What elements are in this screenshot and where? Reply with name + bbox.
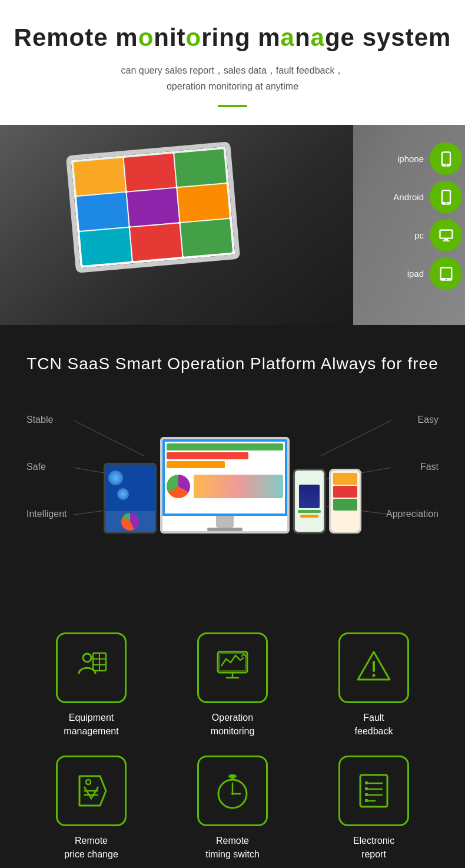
price-icon-box [56, 756, 127, 826]
timer-icon-box [197, 756, 268, 826]
equipment-icon-box [56, 632, 127, 703]
svg-point-5 [445, 203, 446, 204]
feature-card-fault: Faultfeedback [309, 632, 439, 738]
device-label-iphone: iphone [397, 154, 424, 164]
equipment-label: Equipmentmanagement [64, 711, 118, 738]
svg-point-40 [231, 793, 234, 795]
features-section: Equipmentmanagement Operationmonitor [0, 609, 465, 868]
svg-rect-49 [365, 799, 368, 802]
monitor-icon [438, 227, 454, 244]
monitor-container [160, 437, 290, 534]
platform-section: TCN SaaS Smart Operation Platform Always… [0, 325, 465, 609]
p2s-cell-3 [333, 499, 357, 511]
title-highlight-4: a [311, 24, 325, 51]
ms-bar-3 [167, 461, 225, 468]
banner-scene [0, 125, 353, 325]
ts-bottom-bar [105, 511, 155, 532]
label-fast: Fast [420, 462, 439, 472]
device-icon-ipad [430, 257, 462, 290]
monitoring-icon-box [197, 632, 268, 703]
tablet-mockup [66, 142, 240, 274]
ps-bar-2 [300, 515, 318, 518]
tablet-cell-6 [177, 184, 230, 222]
phone-chart-area [299, 485, 319, 508]
price-icon [71, 770, 112, 811]
phone-light [329, 469, 361, 534]
platform-title: TCN SaaS Smart Operation Platform Always… [12, 355, 453, 373]
ms-bar-1 [167, 443, 283, 450]
hero-subtitle: can query sales report，sales data，fault … [12, 62, 453, 94]
device-icon-pc [430, 219, 462, 251]
tablet-cell-9 [181, 219, 233, 257]
timer-label: Remotetiming switch [205, 834, 260, 861]
tablet-cell-2 [124, 154, 176, 191]
equipment-icon [71, 647, 112, 688]
svg-rect-41 [360, 775, 387, 807]
svg-rect-47 [365, 787, 368, 790]
feature-card-price: Remoteprice change [26, 756, 156, 861]
small-tablet-screen [105, 465, 155, 532]
monitor-stand [216, 516, 234, 528]
price-label: Remoteprice change [64, 834, 118, 861]
ms-bar-2 [167, 452, 248, 459]
iphone-icon [438, 151, 454, 167]
phone-dark-screen [295, 471, 324, 532]
label-intelligent: Intelligent [26, 509, 67, 519]
ms-chart-row [167, 472, 283, 498]
label-safe: Safe [26, 462, 46, 472]
banner-section: iphone Android pc [0, 125, 465, 325]
fault-icon-box [338, 632, 409, 703]
fault-label: Faultfeedback [355, 711, 393, 738]
device-item-ipad: ipad [393, 257, 462, 290]
subtitle-line1: can query sales report，sales data，fault … [121, 65, 344, 75]
monitoring-label: Operationmonitoring [211, 711, 255, 738]
feature-card-timer: Remotetiming switch [168, 756, 297, 861]
device-item-android: Android [393, 181, 462, 213]
ps-bar-1 [298, 510, 321, 513]
ts-dot-1 [108, 471, 123, 485]
ms-area-chart [194, 475, 283, 498]
report-icon [353, 770, 394, 811]
title-highlight-2: o [186, 24, 202, 51]
svg-point-2 [445, 164, 446, 165]
device-icon-iphone [430, 143, 462, 175]
ts-dot-2 [117, 488, 129, 500]
label-appreciation: Appreciation [386, 509, 439, 519]
p2s-cell-2 [333, 486, 357, 498]
device-icon-android [430, 181, 462, 213]
tablet-cell-3 [174, 150, 227, 187]
fault-icon [353, 647, 394, 688]
svg-rect-9 [443, 240, 450, 241]
svg-rect-7 [440, 231, 451, 238]
ipad-icon [438, 266, 454, 282]
report-label: Electronicreport [353, 834, 394, 861]
tablet-cell-7 [79, 228, 132, 266]
monitor-base [207, 528, 243, 531]
small-tablet [104, 463, 157, 534]
tablet-screen [71, 147, 235, 268]
subtitle-line2: operation monitoring at anytime [167, 81, 298, 91]
title-highlight-3: a [281, 24, 295, 51]
monitor-screen-inner [165, 442, 285, 513]
device-item-pc: pc [393, 219, 462, 251]
svg-point-30 [373, 674, 376, 677]
feature-diagram: Stable Safe Intelligent Easy Fast Apprec… [26, 403, 439, 568]
android-icon [438, 189, 454, 206]
label-stable: Stable [26, 415, 53, 425]
device-list: iphone Android pc [393, 143, 465, 290]
device-mockups-center [104, 437, 361, 534]
svg-rect-4 [443, 191, 450, 202]
hero-divider [218, 105, 247, 107]
svg-rect-11 [441, 269, 450, 278]
label-easy: Easy [417, 415, 439, 425]
report-icon-box [338, 756, 409, 826]
svg-rect-48 [365, 793, 368, 796]
tablet-cell-1 [74, 158, 126, 196]
tablet-cell-5 [127, 188, 180, 226]
features-grid: Equipmentmanagement Operationmonitor [26, 632, 439, 861]
tablet-cell-8 [130, 223, 182, 261]
svg-point-31 [86, 780, 91, 784]
monitor-mockup [160, 437, 290, 534]
svg-rect-1 [443, 153, 450, 164]
device-label-pc: pc [414, 230, 424, 240]
